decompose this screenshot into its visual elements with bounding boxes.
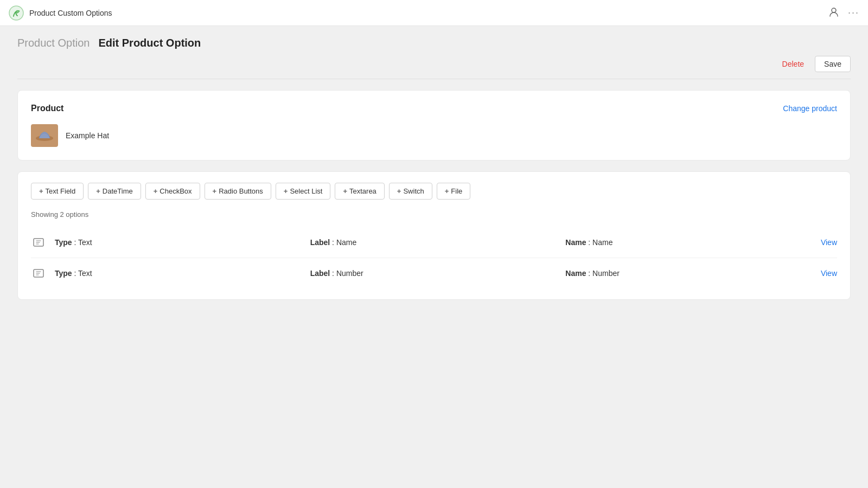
option-row-2-view-link[interactable]: View (821, 269, 837, 278)
more-options-icon[interactable]: ··· (848, 7, 859, 18)
table-row: Type : Text Label : Name Name : Name Vie… (31, 227, 837, 258)
option-row-1-view-link[interactable]: View (821, 238, 837, 247)
action-bar: Delete Save (0, 56, 868, 79)
app-icon (9, 5, 24, 21)
tab-select-list[interactable]: + Select List (276, 183, 331, 200)
table-row: Type : Text Label : Number Name : Number… (31, 258, 837, 288)
option-row-2-name: Name : Number (565, 269, 812, 278)
option-row-2-label: Label : Number (310, 269, 557, 278)
breadcrumb: Product Option Edit Product Option (0, 26, 868, 56)
option-icon-2 (31, 266, 46, 281)
tab-textarea[interactable]: + Textarea (335, 183, 384, 200)
app-title: Product Custom Options (29, 9, 112, 17)
option-row-1-type: Type : Text (55, 238, 302, 247)
option-row-2-type: Type : Text (55, 269, 302, 278)
product-thumbnail (31, 124, 58, 147)
product-card-title: Product (31, 104, 63, 113)
top-bar-right: ··· (828, 7, 859, 20)
tab-switch[interactable]: + Switch (389, 183, 432, 200)
top-bar: Product Custom Options ··· (0, 0, 868, 26)
product-card: Product Change product Example Hat (17, 90, 851, 160)
option-row-1-label: Label : Name (310, 238, 557, 247)
product-name: Example Hat (66, 131, 109, 140)
product-card-header: Product Change product (31, 104, 837, 113)
product-item: Example Hat (31, 124, 837, 147)
divider (17, 79, 851, 79)
options-table: Type : Text Label : Name Name : Name Vie… (31, 227, 837, 288)
tab-text-field[interactable]: + Text Field (31, 183, 84, 200)
breadcrumb-current: Edit Product Option (98, 37, 201, 49)
delete-button[interactable]: Delete (776, 56, 810, 72)
option-row-1-name: Name : Name (565, 238, 812, 247)
showing-count: Showing 2 options (31, 210, 837, 219)
option-icon-1 (31, 235, 46, 250)
main-content: Product Change product Example Hat + Tex… (0, 90, 868, 300)
change-product-link[interactable]: Change product (783, 104, 837, 113)
save-button[interactable]: Save (815, 56, 851, 72)
svg-point-1 (832, 8, 836, 12)
top-bar-left: Product Custom Options (9, 5, 112, 21)
tab-radio-buttons[interactable]: + Radio Buttons (205, 183, 271, 200)
tab-checkbox[interactable]: + CheckBox (145, 183, 200, 200)
breadcrumb-parent[interactable]: Product Option (17, 37, 90, 49)
user-icon[interactable] (828, 7, 839, 20)
options-panel: + Text Field + DateTime + CheckBox + Rad… (17, 171, 851, 300)
tab-file[interactable]: + File (437, 183, 471, 200)
tab-datetime[interactable]: + DateTime (88, 183, 141, 200)
tabs-row: + Text Field + DateTime + CheckBox + Rad… (31, 183, 837, 200)
